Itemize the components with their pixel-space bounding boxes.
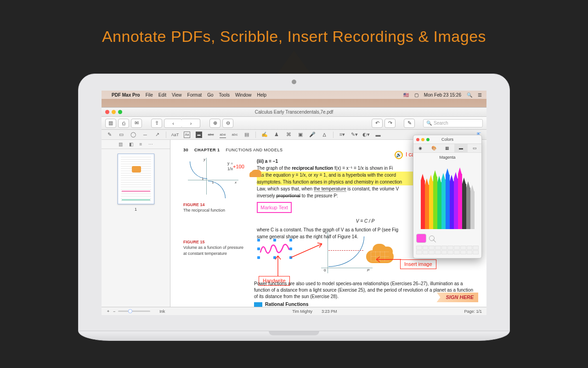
opacity-icon[interactable]: ◐▾ (363, 132, 369, 138)
swatch-cell[interactable] (473, 250, 479, 254)
spectrum-tab-icon[interactable]: ▦ (441, 144, 454, 152)
swatch-cell[interactable] (460, 246, 466, 250)
zoom-icon[interactable] (118, 110, 122, 114)
mic-tool-icon[interactable]: 🎤 (309, 132, 316, 138)
pencil-picker[interactable] (413, 162, 481, 231)
undo-button[interactable]: ↶ (372, 119, 383, 128)
colors-panel[interactable]: Colors ◉ 🎨 ▦ ▬ ▭ Magenta (413, 135, 482, 259)
callout-tool-icon[interactable]: ▬ (196, 132, 202, 138)
oval-tool-icon[interactable]: ◯ (130, 132, 136, 138)
swatch-cell[interactable] (416, 246, 422, 250)
menu-view[interactable]: View (172, 92, 182, 98)
swatch-cell[interactable] (454, 250, 460, 254)
sign-here-stamp[interactable]: SIGN HERE (436, 293, 478, 302)
pencil-swatch[interactable] (433, 170, 437, 229)
swatch-cell[interactable] (416, 250, 422, 254)
pencil-swatch[interactable] (437, 176, 441, 229)
spotlight-icon[interactable]: 🔍 (467, 92, 472, 98)
swatch-cell[interactable] (447, 246, 453, 250)
sidebar-toggle-button[interactable]: ▥ (105, 119, 116, 128)
swatch-cell[interactable] (423, 250, 429, 254)
small-image-annotation[interactable] (251, 170, 261, 177)
strike-tool-icon[interactable]: abc (208, 132, 214, 138)
swatch-cell[interactable] (429, 246, 435, 250)
arrow-tool-icon[interactable]: ↗ (154, 132, 160, 138)
markup-text-box[interactable]: Markup Text (257, 202, 292, 213)
stamp-tool-icon[interactable]: ♟ (273, 132, 280, 138)
swatch-cell[interactable] (467, 250, 473, 254)
close-icon[interactable] (105, 110, 109, 114)
swatch-cell[interactable] (460, 250, 466, 254)
stroke-color-icon[interactable]: ✎▾ (351, 132, 357, 138)
menu-help[interactable]: Help (257, 92, 267, 98)
swatch-grid[interactable] (413, 246, 481, 258)
pencil-swatch[interactable] (450, 175, 454, 229)
arrow-annotation-3[interactable] (374, 255, 402, 264)
fill-icon[interactable]: ▬ (375, 132, 381, 138)
swatch-cell[interactable] (454, 246, 460, 250)
edit-button[interactable]: ✎ (404, 119, 415, 128)
swatch-cell[interactable] (435, 246, 441, 250)
link-tool-icon[interactable]: ⌘ (285, 132, 292, 138)
pencil-swatch[interactable] (454, 172, 458, 229)
text-tool-icon[interactable]: AaT (172, 132, 178, 138)
plus100-annotation[interactable]: +100 (233, 163, 244, 170)
zoom-in-button[interactable]: ⊕ (209, 119, 220, 128)
crayons-tab-icon[interactable]: ▭ (468, 144, 481, 152)
textbox-tool-icon[interactable]: Aa (184, 132, 190, 138)
wheel-tab-icon[interactable]: ◉ (413, 144, 427, 152)
flag-icon[interactable]: 🇺🇸 (403, 92, 409, 98)
bookmarks-tab-icon[interactable]: ◧ (129, 142, 133, 147)
zoom-slider[interactable]: ＋− (106, 308, 150, 314)
swatch-cell[interactable] (441, 250, 447, 254)
pencil-swatch[interactable] (421, 174, 425, 229)
redo-button[interactable]: ↷ (384, 119, 396, 128)
swatch-cell[interactable] (429, 250, 435, 254)
annotations-tab-icon[interactable]: ⋯ (148, 142, 153, 147)
swatch-cell[interactable] (473, 246, 479, 250)
mail-button[interactable]: ✉ (131, 119, 142, 128)
share-button[interactable]: ⇪ (151, 119, 162, 128)
swatch-cell[interactable] (423, 246, 429, 250)
eyedropper-icon[interactable] (429, 236, 435, 241)
marker-tool-icon[interactable]: ∆ (321, 132, 328, 138)
menubar-app[interactable]: PDF Max Pro (112, 92, 140, 98)
pencil-swatch[interactable] (441, 173, 446, 229)
current-swatch[interactable] (416, 234, 426, 243)
stroke-width-icon[interactable]: ≡▾ (339, 132, 345, 138)
swatch-cell[interactable] (467, 246, 473, 250)
pencils-tab-icon[interactable]: ▬ (454, 144, 468, 152)
speaker-icon[interactable]: 🔊 (395, 151, 403, 159)
menu-tools[interactable]: Tools (219, 92, 230, 98)
sliders-tab-icon[interactable]: 🎨 (427, 144, 441, 152)
signature-tool-icon[interactable]: ✍ (261, 132, 268, 138)
menu-extras-icon[interactable]: ☰ (478, 92, 482, 98)
minimize-icon[interactable] (112, 110, 116, 114)
note-tool-icon[interactable]: ▤ (243, 132, 250, 138)
pencil-swatch[interactable] (462, 178, 466, 229)
pen-tool-icon[interactable]: ✎ (106, 132, 113, 138)
page-thumbnail[interactable] (118, 154, 154, 204)
menu-format[interactable]: Format (187, 92, 202, 98)
swatch-cell[interactable] (447, 250, 453, 254)
menubar-clock[interactable]: Mon Feb 23 15:26 (424, 92, 461, 98)
line-tool-icon[interactable]: ─ (142, 132, 148, 138)
swatch-cell[interactable] (435, 250, 441, 254)
menu-edit[interactable]: Edit (158, 92, 166, 98)
pencil-swatch[interactable] (470, 185, 475, 229)
menu-window[interactable]: Window (235, 92, 252, 98)
search-input[interactable]: 🔍Search (423, 119, 483, 127)
image-tool-icon[interactable]: ▣ (297, 132, 304, 138)
battery-icon[interactable]: ▢ (414, 92, 418, 98)
nav-back-button[interactable]: ‹ (164, 119, 182, 128)
outline-tab-icon[interactable]: ≡ (140, 142, 142, 147)
rect-tool-icon[interactable]: ▭ (118, 132, 124, 138)
pencil-swatch[interactable] (446, 168, 450, 229)
swatch-cell[interactable] (441, 246, 447, 250)
highlight-tool-icon[interactable]: abc (232, 132, 238, 138)
menu-go[interactable]: Go (207, 92, 213, 98)
zoom-out-button[interactable]: ⊖ (222, 119, 233, 128)
print-button[interactable]: ⎙ (118, 119, 129, 128)
thumbnails-tab-icon[interactable]: ▥ (119, 142, 123, 147)
underline-tool-icon[interactable]: abe (220, 132, 226, 138)
